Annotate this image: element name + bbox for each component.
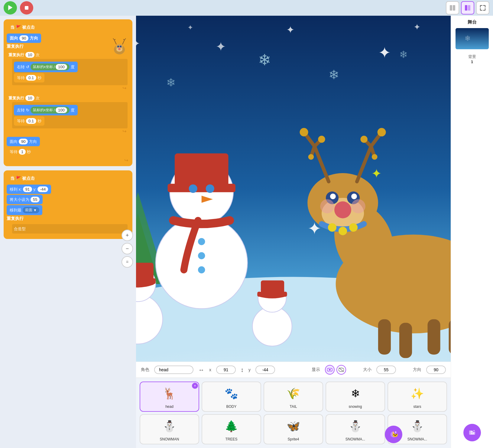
stop-button[interactable] (20, 1, 33, 15)
layout-split-button[interactable] (446, 1, 459, 15)
zoom-out-button[interactable]: − (122, 243, 133, 254)
size-input[interactable] (376, 366, 396, 374)
x-input[interactable] (216, 366, 236, 374)
sprite-wrapper-2: 🌾TAIL (264, 382, 323, 412)
svg-point-68 (328, 223, 336, 232)
repeat-2-inner: 左转 ↻ 鼠标的x坐标 / 100 度 等待 (12, 102, 128, 128)
bg-info: 背景 1 (468, 54, 476, 64)
stage-thumbnail-bg: ❄ (456, 28, 489, 49)
inner-block-content: 合造型 (12, 224, 128, 234)
svg-rect-35 (175, 153, 229, 189)
add-backdrop-button[interactable]: 🖼 + (463, 424, 481, 441)
sprite-card-stars[interactable]: ✨stars (388, 382, 447, 412)
stage-title: 舞台 (468, 19, 477, 25)
svg-text:❄: ❄ (399, 49, 408, 60)
svg-point-69 (339, 227, 347, 235)
arrow-y-icon: ↕ (241, 366, 244, 373)
repeat-block-2[interactable]: 重复执行 10 次 左转 ↻ 鼠标的x坐标 / 100 (7, 93, 129, 136)
sprite-card-SNOWMA...[interactable]: ⛄SNOWMA... (326, 414, 385, 444)
svg-point-70 (349, 223, 358, 232)
left-turn-blue: 左转 ↻ 鼠标的x坐标 / 100 度 (14, 105, 78, 115)
size-val: 55 (31, 197, 40, 202)
top-bar-right (446, 1, 489, 15)
sprite-name-head: head (165, 404, 174, 409)
zoom-in-button[interactable]: + (122, 230, 133, 241)
svg-point-80 (329, 369, 331, 371)
svg-text:✦: ✦ (286, 24, 295, 35)
repeat-outer-2-label: 重复执行 (7, 216, 129, 221)
sprite-name-Sprite4: Sprite4 (287, 437, 299, 441)
wait-val-2: 0.1 (26, 118, 36, 124)
top-bar-left (4, 1, 33, 15)
sprite-name-TREES: TREES (225, 437, 237, 441)
repeat-1-inner: 右转 ↺ 鼠标的x坐标 / 100 度 等待 (12, 59, 128, 85)
svg-point-63 (330, 194, 336, 199)
sprite-card-TAIL[interactable]: 🌾TAIL (264, 382, 323, 412)
hide-button[interactable] (336, 365, 346, 375)
show-label: 显示 (312, 367, 320, 372)
wait-block-1[interactable]: 等待 0.1 秒 (14, 73, 126, 82)
stage-main: ✦ ✦ ✦ ✦ ✦ ✦ ✦ ✦ ✦ ❄ ❄ ❄ ❄ ❄ (136, 16, 451, 448)
set-size-block[interactable]: 将大小设为 55 (7, 195, 129, 204)
sprite-wrapper-6: 🌲TREES (202, 414, 261, 444)
hat-block-2-label: 当 🚩 被点击 (10, 176, 35, 181)
sprite-name-input[interactable] (154, 366, 193, 374)
svg-text:✦: ✦ (414, 22, 420, 32)
sprite-card-SNOWMAN[interactable]: ⛄SNOWMAN (140, 414, 199, 444)
svg-rect-4 (468, 5, 470, 11)
mouse-x-block: 鼠标的x坐标 / 100 (31, 63, 70, 70)
zoom-fit-button[interactable]: = (122, 256, 133, 268)
wait-val-1: 0.1 (26, 75, 36, 81)
move-front-block[interactable]: 移到最 前面 ▼ (7, 205, 129, 215)
zoom-controls: + − = (122, 230, 133, 268)
layout-editor-button[interactable] (461, 1, 474, 15)
arrow-end-1: ↪ (8, 85, 128, 91)
svg-text:✦: ✦ (187, 24, 193, 31)
arrow-end-3: ↪ (7, 157, 129, 163)
dir-input[interactable] (426, 366, 446, 374)
front-dropdown[interactable]: 前面 ▼ (23, 207, 39, 213)
add-sprite-button[interactable]: 🐱 + (385, 426, 402, 443)
sprites-area: 🦌head×🐾BODY🌾TAIL❄snowing✨stars⛄SNOWMAN🌲T… (136, 378, 451, 448)
move-xy-block[interactable]: 移到 x: 91 y: -44 (7, 185, 129, 194)
svg-text:❄: ❄ (166, 76, 176, 89)
green-flag-button[interactable] (4, 1, 17, 15)
sprite-delete-head[interactable]: × (192, 383, 198, 389)
repeat-outer-text: 重复执行 (7, 44, 24, 49)
fullscreen-button[interactable] (476, 1, 489, 15)
sprite-img-stars: ✨ (408, 385, 427, 403)
inner-label: 合造型 (14, 227, 26, 231)
sprite-card-TREES[interactable]: 🌲TREES (202, 414, 261, 444)
svg-rect-36 (168, 184, 235, 192)
svg-point-64 (351, 194, 357, 199)
wait-orange-3: 等待 1 秒 (7, 147, 34, 156)
show-button[interactable] (325, 365, 335, 375)
inner-block[interactable]: 合造型 (7, 222, 129, 235)
y-input[interactable] (255, 366, 275, 374)
right-turn-block[interactable]: 右转 ↺ 鼠标的x坐标 / 100 度 (14, 62, 126, 72)
divide-val-2: 100 (56, 107, 67, 113)
sprite-card-snowing[interactable]: ❄snowing (326, 382, 385, 412)
sprite-card-head[interactable]: 🦌head (140, 382, 199, 412)
svg-point-56 (318, 136, 325, 143)
face-blue-2: 面向 90 方向 (7, 137, 40, 146)
arrow-xy-icon: ↔ (198, 366, 204, 373)
left-turn-block[interactable]: 左转 ↻ 鼠标的x坐标 / 100 度 (14, 105, 126, 115)
move-front-blue: 移到最 前面 ▼ (7, 205, 42, 215)
hat-block-1[interactable]: 当 🚩 被点击 (7, 22, 129, 33)
main-area: 当 🚩 被点击 面向 90 方向 重复执行 重复执行 10 次 (0, 16, 493, 448)
script-2: 当 🚩 被点击 移到 x: 91 y: -44 将大小设为 55 (4, 170, 132, 239)
face-dir-2-block[interactable]: 面向 90 方向 (7, 137, 129, 146)
svg-point-40 (198, 238, 205, 245)
sprite-img-TAIL: 🌾 (284, 385, 303, 403)
hat-block-1-label: 当 🚩 被点击 (10, 25, 35, 30)
hat-block-2[interactable]: 当 🚩 被点击 (7, 173, 129, 184)
move-x-val: 91 (23, 186, 32, 192)
svg-text:✦: ✦ (216, 40, 226, 54)
sprite-card-Sprite4[interactable]: 🦋Sprite4 (264, 414, 323, 444)
sprite-card-BODY[interactable]: 🐾BODY (202, 382, 261, 412)
wait-block-2[interactable]: 等待 0.1 秒 (14, 116, 126, 126)
wait-block-3[interactable]: 等待 1 秒 (7, 147, 129, 156)
svg-rect-73 (427, 319, 440, 355)
svg-point-59 (360, 136, 367, 143)
